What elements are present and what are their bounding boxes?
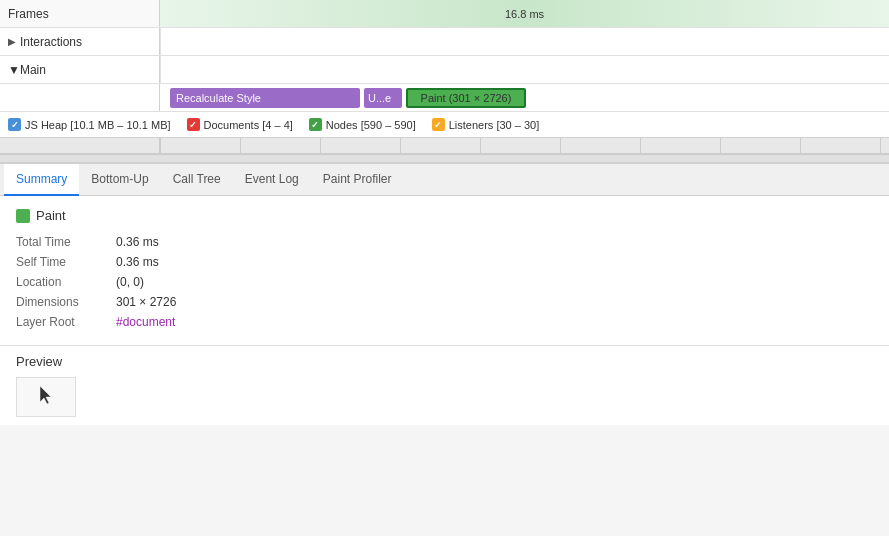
counter-documents[interactable]: ✓ Documents [4 – 4] [187,118,293,131]
dimensions-label: Dimensions [16,295,116,309]
counter-nodes-text: Nodes [590 – 590] [326,119,416,131]
main-label: Main [20,63,46,77]
detail-table: Total Time 0.36 ms Self Time 0.36 ms Loc… [16,235,873,329]
timeline-scrollbar[interactable] [0,154,889,162]
ruler-ticks [160,138,889,153]
update-bar[interactable]: U...e [364,88,402,108]
location-label: Location [16,275,116,289]
frames-label: Frames [0,0,160,27]
counter-listeners-text: Listeners [30 – 30] [449,119,540,131]
flamechart-ruler [0,138,889,154]
frames-text: Frames [8,7,49,21]
tab-event-log-label: Event Log [245,172,299,186]
frames-bar-area: 16.8 ms [160,0,889,27]
dimensions-value: 301 × 2726 [116,295,873,309]
interactions-triangle: ▶ [8,36,16,47]
interactions-row[interactable]: ▶ Interactions [0,28,889,56]
bottom-panel: Summary Bottom-Up Call Tree Event Log Pa… [0,163,889,425]
tab-paint-profiler[interactable]: Paint Profiler [311,164,404,196]
timeline-section: Frames 16.8 ms ▶ Interactions ▼ Main Rec… [0,0,889,163]
frames-row: Frames 16.8 ms [0,0,889,28]
counter-js-heap-text: JS Heap [10.1 MB – 10.1 MB] [25,119,171,131]
activity-row: Recalculate Style U...e Paint (301 × 272… [0,84,889,112]
paint-color-icon [16,209,30,223]
interactions-label-cell: ▶ Interactions [0,28,160,55]
thumb-icon [36,384,56,410]
preview-title: Preview [16,354,873,369]
summary-content: Paint Total Time 0.36 ms Self Time 0.36 … [0,196,889,341]
tabs-bar: Summary Bottom-Up Call Tree Event Log Pa… [0,164,889,196]
tab-call-tree[interactable]: Call Tree [161,164,233,196]
recalculate-bar[interactable]: Recalculate Style [170,88,360,108]
self-time-value: 0.36 ms [116,255,873,269]
main-triangle: ▼ [8,63,20,77]
main-label-cell: ▼ Main [0,56,160,83]
counter-documents-text: Documents [4 – 4] [204,119,293,131]
ruler-line [0,138,160,153]
cb-nodes: ✓ [309,118,322,131]
tab-bottom-up[interactable]: Bottom-Up [79,164,160,196]
tab-event-log[interactable]: Event Log [233,164,311,196]
paint-title: Paint [16,208,873,223]
self-time-label: Self Time [16,255,116,269]
tab-paint-profiler-label: Paint Profiler [323,172,392,186]
main-row[interactable]: ▼ Main [0,56,889,84]
location-value: (0, 0) [116,275,873,289]
interactions-label: Interactions [20,35,82,49]
counters-row: ✓ JS Heap [10.1 MB – 10.1 MB] ✓ Document… [0,112,889,138]
cb-js-heap: ✓ [8,118,21,131]
counter-nodes[interactable]: ✓ Nodes [590 – 590] [309,118,416,131]
layer-root-label: Layer Root [16,315,116,329]
activity-bar-cell: Recalculate Style U...e Paint (301 × 272… [160,84,889,111]
paint-bar[interactable]: Paint (301 × 2726) [406,88,526,108]
summary-title-text: Paint [36,208,66,223]
tab-call-tree-label: Call Tree [173,172,221,186]
cb-listeners: ✓ [432,118,445,131]
preview-section: Preview [0,345,889,425]
tab-bottom-up-label: Bottom-Up [91,172,148,186]
counter-listeners[interactable]: ✓ Listeners [30 – 30] [432,118,540,131]
frames-time: 16.8 ms [505,8,544,20]
tab-summary-label: Summary [16,172,67,186]
tab-summary[interactable]: Summary [4,164,79,196]
counter-js-heap[interactable]: ✓ JS Heap [10.1 MB – 10.1 MB] [8,118,171,131]
cb-documents: ✓ [187,118,200,131]
total-time-value: 0.36 ms [116,235,873,249]
total-time-label: Total Time [16,235,116,249]
preview-thumbnail [16,377,76,417]
activity-label-cell [0,84,160,111]
layer-root-value[interactable]: #document [116,315,873,329]
